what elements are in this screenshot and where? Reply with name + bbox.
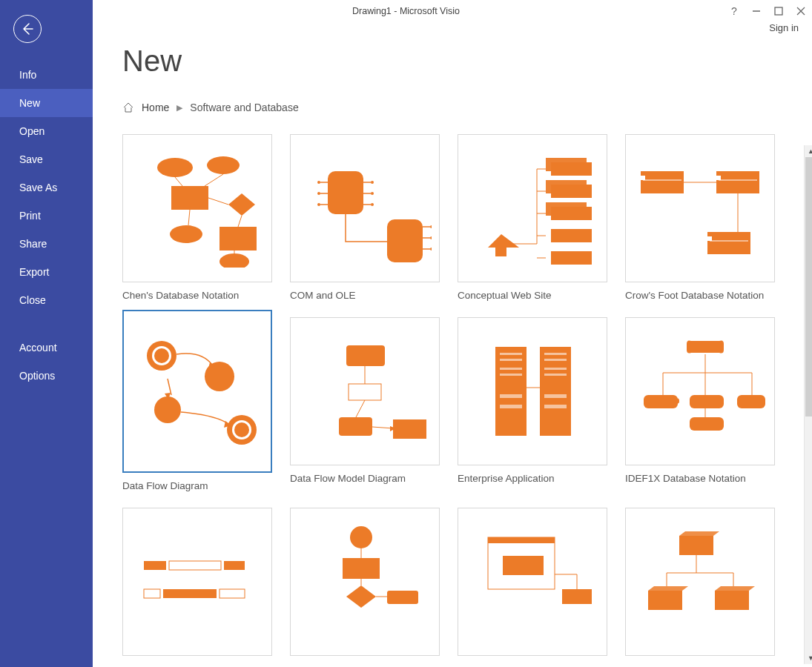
- main-content: New Home ▶ Software and Database Chen's …: [93, 40, 812, 667]
- window-controls: ?: [723, 0, 812, 22]
- chevron-right-icon: ▶: [176, 103, 182, 113]
- template-gallery: Chen's Database NotationCOM and OLEConce…: [122, 134, 812, 660]
- template-r4[interactable]: [625, 508, 775, 660]
- help-button[interactable]: ?: [723, 0, 745, 22]
- sidebar-item-share[interactable]: Share: [0, 230, 93, 258]
- template-conceptual-web-site[interactable]: Conceptual Web Site: [458, 134, 607, 301]
- svg-rect-1: [775, 7, 782, 15]
- sidebar-item-account[interactable]: Account: [0, 334, 93, 362]
- scroll-up-button[interactable]: ▲: [805, 145, 812, 157]
- template-thumbnail: [458, 134, 607, 282]
- title-bar: Drawing1 - Microsoft Visio ?: [0, 0, 812, 22]
- template-data-flow-diagram[interactable]: Data Flow Diagram: [122, 317, 272, 491]
- vertical-scrollbar[interactable]: ▲ ▼: [804, 145, 812, 664]
- template-thumbnail: [122, 508, 272, 656]
- template-label: Conceptual Web Site: [458, 290, 607, 301]
- sidebar-item-close[interactable]: Close: [0, 286, 93, 314]
- sidebar-item-save[interactable]: Save: [0, 145, 93, 173]
- template-com-and-ole[interactable]: COM and OLE: [290, 134, 440, 301]
- close-button[interactable]: [790, 0, 812, 22]
- template-thumbnail: [625, 134, 775, 282]
- template-thumbnail: [625, 508, 775, 656]
- template-enterprise-application[interactable]: Enterprise Application: [458, 317, 607, 491]
- sidebar-item-new[interactable]: New: [0, 89, 93, 117]
- template-thumbnail: [625, 317, 775, 465]
- sidebar-item-export[interactable]: Export: [0, 258, 93, 286]
- template-thumbnail: [290, 317, 440, 465]
- template-label: Crow's Foot Database Notation: [625, 290, 775, 301]
- template-thumbnail: [290, 508, 440, 656]
- template-label: IDEF1X Database Notation: [625, 473, 775, 484]
- minimize-button[interactable]: [745, 0, 768, 22]
- back-button[interactable]: [13, 15, 42, 43]
- sidebar-item-save-as[interactable]: Save As: [0, 173, 93, 202]
- template-thumbnail: [122, 310, 272, 473]
- breadcrumb-current: Software and Database: [190, 102, 298, 113]
- template-r3[interactable]: [458, 508, 607, 660]
- template-thumbnail: [458, 508, 607, 656]
- template-r1[interactable]: [122, 508, 272, 660]
- template-label: Data Flow Model Diagram: [290, 473, 440, 484]
- scroll-down-button[interactable]: ▼: [805, 652, 812, 664]
- sidebar-item-info[interactable]: Info: [0, 61, 93, 89]
- template-thumbnail: [458, 317, 607, 465]
- template-label: Chen's Database Notation: [122, 290, 272, 301]
- home-icon: [122, 102, 134, 113]
- template-chen-s-database-notation[interactable]: Chen's Database Notation: [122, 134, 272, 301]
- template-r2[interactable]: [290, 508, 440, 660]
- sign-in-link[interactable]: Sign in: [0, 22, 812, 40]
- backstage-sidebar: InfoNewOpenSaveSave AsPrintShareExportCl…: [0, 0, 93, 667]
- template-label: Enterprise Application: [458, 473, 607, 484]
- template-idef1x-database-notation[interactable]: IDEF1X Database Notation: [625, 317, 775, 491]
- sidebar-item-options[interactable]: Options: [0, 362, 93, 390]
- template-thumbnail: [290, 134, 440, 282]
- template-crow-s-foot-database-notation[interactable]: Crow's Foot Database Notation: [625, 134, 775, 301]
- template-label: COM and OLE: [290, 290, 440, 301]
- sidebar-item-print[interactable]: Print: [0, 202, 93, 230]
- maximize-button[interactable]: [768, 0, 790, 22]
- sidebar-item-open[interactable]: Open: [0, 117, 93, 145]
- breadcrumb-home[interactable]: Home: [142, 102, 169, 113]
- template-label: Data Flow Diagram: [122, 480, 272, 491]
- scroll-thumb[interactable]: [805, 157, 813, 417]
- template-data-flow-model-diagram[interactable]: Data Flow Model Diagram: [290, 317, 440, 491]
- window-title: Drawing1 - Microsoft Visio: [352, 6, 460, 16]
- template-thumbnail: [122, 134, 272, 282]
- breadcrumb: Home ▶ Software and Database: [122, 102, 812, 113]
- page-title: New: [122, 44, 812, 78]
